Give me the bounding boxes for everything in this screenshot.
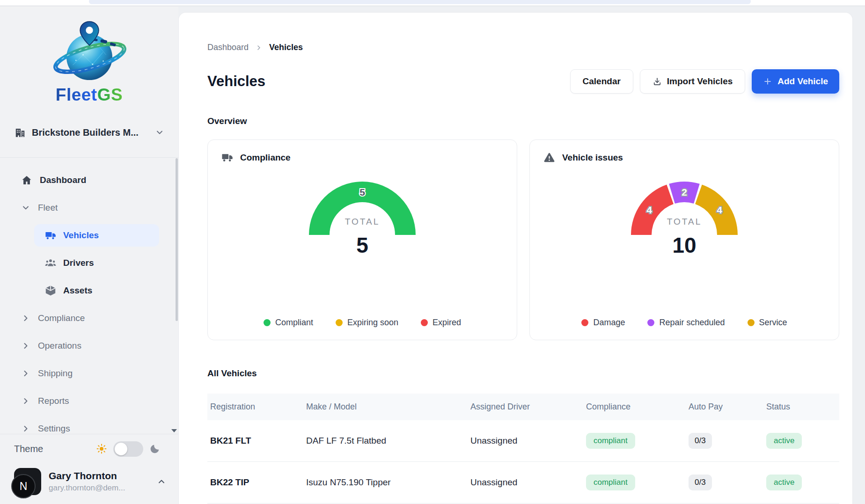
chevron-down-icon xyxy=(21,203,30,212)
gauge-segment xyxy=(631,184,674,235)
chevron-right-icon xyxy=(21,424,30,433)
app-shell: FleetGS Brickstone Builders M... Dashboa… xyxy=(0,7,865,504)
avatar: N xyxy=(14,468,41,495)
vehicle-issues-card: Vehicle issues 424TOTAL10 DamageRepair s… xyxy=(529,139,839,340)
vehicles-table: RegistrationMake / ModelAssigned DriverC… xyxy=(207,394,839,504)
status-badge: active xyxy=(766,433,802,449)
sidebar-item-settings[interactable]: Settings xyxy=(0,417,178,434)
app-logo-text: FleetGS xyxy=(0,85,178,105)
card-title: Vehicle issues xyxy=(562,153,623,163)
theme-row: Theme xyxy=(0,434,178,463)
sidebar-item-dashboard[interactable]: Dashboard xyxy=(0,169,178,191)
column-header-status: Status xyxy=(763,402,839,412)
column-header-assigned_driver: Assigned Driver xyxy=(468,402,583,412)
table-body: BK21 FLTDAF LF 7.5t FlatbedUnassignedcom… xyxy=(207,420,839,504)
breadcrumb-chevron-icon xyxy=(255,44,263,51)
sidebar-item-assets[interactable]: Assets xyxy=(34,279,159,302)
table-row[interactable]: BK22 TIPIsuzu N75.190 TipperUnassignedco… xyxy=(207,462,839,504)
sidebar-item-label: Vehicles xyxy=(63,230,99,241)
sidebar-item-vehicles[interactable]: Vehicles xyxy=(34,224,159,247)
sidebar-item-operations[interactable]: Operations xyxy=(0,335,178,357)
browser-chrome-remnant xyxy=(89,0,751,4)
sun-icon xyxy=(96,443,107,454)
sidebar-item-drivers[interactable]: Drivers xyxy=(34,252,159,274)
theme-label: Theme xyxy=(14,444,43,454)
sidebar-item-fleet[interactable]: Fleet xyxy=(0,197,178,219)
import-vehicles-button[interactable]: Import Vehicles xyxy=(640,69,745,94)
company-selector[interactable]: Brickstone Builders M... xyxy=(14,122,164,143)
company-name: Brickstone Builders M... xyxy=(32,127,139,138)
table-header-row: RegistrationMake / ModelAssigned DriverC… xyxy=(207,394,839,420)
legend-item: Service xyxy=(748,318,787,328)
cell-status: active xyxy=(763,433,839,449)
avatar-badge: N xyxy=(11,474,36,498)
legend-label: Compliant xyxy=(275,318,313,328)
gauge-legend: DamageRepair scheduledService xyxy=(543,318,826,329)
cell-assigned_driver: Unassigned xyxy=(468,477,583,488)
sidebar-item-label: Drivers xyxy=(63,258,94,268)
column-header-make_model: Make / Model xyxy=(303,402,468,412)
chevron-right-icon xyxy=(21,396,30,406)
gauge-total-value: 10 xyxy=(672,233,696,256)
legend-dot xyxy=(748,319,755,326)
theme-toggle[interactable] xyxy=(113,441,143,457)
cell-assigned_driver: Unassigned xyxy=(468,436,583,446)
plus-icon xyxy=(763,77,772,86)
legend-dot xyxy=(421,319,428,326)
card-header: Compliance xyxy=(221,151,504,164)
gauge-segment-value: 2 xyxy=(682,187,687,197)
truck-icon xyxy=(44,229,57,241)
sidebar-item-reports[interactable]: Reports xyxy=(0,390,178,412)
legend-item: Expired xyxy=(421,318,461,328)
users-icon xyxy=(44,257,57,269)
chevron-up-icon xyxy=(157,477,166,486)
gauge-center-label: TOTAL xyxy=(345,217,380,226)
warning-icon xyxy=(543,151,556,164)
chevron-right-icon xyxy=(21,314,30,323)
user-menu[interactable]: N Gary Thornton gary.thornton@dem... xyxy=(0,463,178,495)
breadcrumb: Dashboard Vehicles xyxy=(207,43,839,52)
avatar-letter: N xyxy=(20,480,28,493)
legend-label: Expired xyxy=(432,318,461,328)
legend-item: Repair scheduled xyxy=(647,318,725,328)
cell-compliance: compliant xyxy=(583,475,686,490)
legend-dot xyxy=(264,319,271,326)
legend-item: Compliant xyxy=(264,318,313,328)
sidebar-nav: DashboardFleetVehiclesDriversAssetsCompl… xyxy=(0,169,178,434)
user-meta: Gary Thornton gary.thornton@dem... xyxy=(49,470,125,493)
cell-status: active xyxy=(763,475,839,490)
chevron-down-icon xyxy=(155,128,164,137)
add-button-label: Add Vehicle xyxy=(777,76,828,87)
chevron-right-icon xyxy=(21,341,30,351)
gauge-wrap: 424TOTAL10 xyxy=(543,164,826,318)
sidebar-item-label: Shipping xyxy=(38,368,73,379)
status-badge: active xyxy=(766,475,802,490)
app-logo: FleetGS xyxy=(0,17,178,105)
cell-make_model: DAF LF 7.5t Flatbed xyxy=(303,436,468,446)
cell-compliance: compliant xyxy=(583,433,686,449)
auto-pay-chip: 0/3 xyxy=(689,475,712,490)
cell-auto_pay: 0/3 xyxy=(686,475,763,490)
truck-icon xyxy=(221,151,234,164)
breadcrumb-dashboard[interactable]: Dashboard xyxy=(207,43,249,52)
gauge-segment-value: 4 xyxy=(717,205,722,215)
moon-icon xyxy=(149,443,161,454)
calendar-button[interactable]: Calendar xyxy=(570,69,633,94)
add-vehicle-button[interactable]: Add Vehicle xyxy=(752,69,839,94)
chevron-right-icon xyxy=(21,369,30,378)
cube-icon xyxy=(44,285,57,297)
column-header-compliance: Compliance xyxy=(583,402,686,412)
sidebar-item-compliance[interactable]: Compliance xyxy=(0,307,178,329)
sidebar-scrollbar[interactable] xyxy=(176,158,178,321)
import-button-label: Import Vehicles xyxy=(667,76,733,87)
sidebar-item-shipping[interactable]: Shipping xyxy=(0,362,178,385)
table-row[interactable]: BK21 FLTDAF LF 7.5t FlatbedUnassignedcom… xyxy=(207,420,839,462)
scroll-down-indicator[interactable] xyxy=(171,429,177,432)
page-header: Vehicles Calendar Import Vehicles Add Ve… xyxy=(207,69,839,94)
sidebar-item-label: Reports xyxy=(38,396,69,406)
theme-toggle-knob xyxy=(115,443,127,455)
legend-item: Damage xyxy=(581,318,625,328)
sidebar-item-label: Operations xyxy=(38,341,81,351)
sidebar-item-label: Fleet xyxy=(38,203,58,213)
sidebar-divider xyxy=(0,157,178,158)
